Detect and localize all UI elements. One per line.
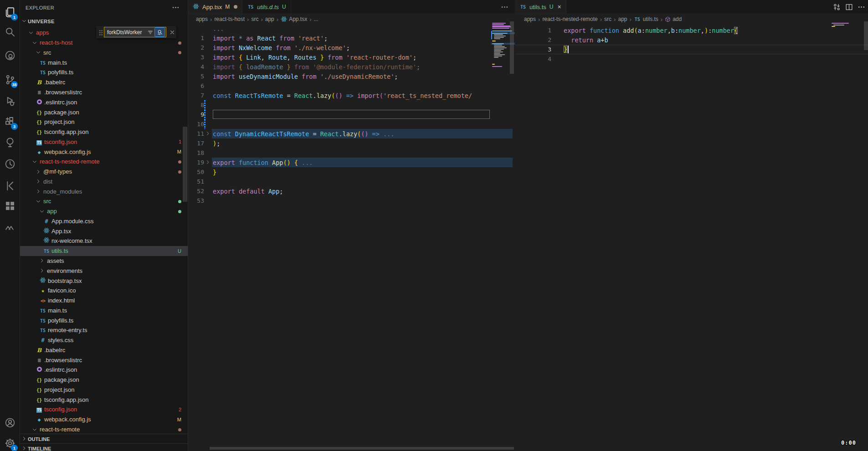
breadcrumb-item-app-tsx[interactable]: App.tsx: [281, 16, 307, 22]
tree-item-src[interactable]: src: [20, 48, 188, 58]
tab-overflow-icon[interactable]: [501, 3, 508, 12]
tree-item-main-ts[interactable]: TSmain.ts: [20, 57, 188, 67]
more-actions-icon[interactable]: [858, 3, 865, 11]
explorer-more-actions-icon[interactable]: [172, 4, 180, 13]
activity-extensions-icon[interactable]: 3: [0, 113, 20, 131]
tree-item-webpack-config-js[interactable]: ◆webpack.config.jsM: [20, 147, 188, 157]
breadcrumb-item-add[interactable]: add: [665, 16, 682, 22]
fuzzy-search-toggle[interactable]: [154, 27, 165, 37]
breadcrumb-item-app[interactable]: app: [618, 16, 627, 22]
minimap[interactable]: [831, 21, 858, 40]
tree-item-main-ts[interactable]: TSmain.ts: [20, 305, 188, 315]
code-line[interactable]: 7const ReactTsRemote = React.lazy(() => …: [188, 91, 515, 100]
tree-item-assets[interactable]: assets: [20, 256, 188, 266]
breadcrumb-item-apps[interactable]: apps: [524, 16, 536, 22]
code-line[interactable]: 5import useDynamicModule from './useDyna…: [188, 72, 515, 81]
code-editor-app-tsx[interactable]: ...1import * as React from 'react';2impo…: [188, 24, 515, 205]
vertical-scrollbar[interactable]: [864, 21, 868, 50]
code-line[interactable]: 8: [188, 100, 515, 110]
code-line[interactable]: 10: [188, 119, 515, 129]
code-line[interactable]: 1import * as React from 'react';: [188, 33, 515, 43]
tree-item-project-json[interactable]: {}project.json: [20, 117, 188, 127]
drag-grip-icon[interactable]: [98, 29, 103, 36]
activity-kubernetes-icon[interactable]: [0, 177, 20, 195]
code-line[interactable]: 9: [188, 110, 515, 119]
tree-item-index-html[interactable]: <>index.html: [20, 296, 188, 306]
breadcrumb-item-utils-ts[interactable]: TSutils.ts: [634, 16, 658, 22]
tree-item-tsconfig-app-json[interactable]: {}tsconfig.app.json: [20, 127, 188, 137]
activity-testing-tree-icon[interactable]: [0, 133, 20, 152]
tree-item-project-json[interactable]: {}project.json: [20, 385, 188, 395]
tree-item--browserslistrc[interactable]: ≡.browserslistrc: [20, 87, 188, 97]
code-line[interactable]: 53: [188, 196, 515, 205]
tree-item-remote-entry-ts[interactable]: TSremote-entry.ts: [20, 325, 188, 335]
tree-item-tsconfig-json[interactable]: TStsconfig.json1: [20, 137, 188, 147]
outline-panel-header[interactable]: OUTLINE: [20, 434, 188, 444]
tree-item--browserslistrc[interactable]: ≡.browserslistrc: [20, 355, 188, 365]
tree-item-nx-welcome-tsx[interactable]: nx-welcome.tsx: [20, 236, 188, 246]
tree-item--eslintrc-json[interactable]: .eslintrc.json: [20, 97, 188, 107]
breadcrumb-item--[interactable]: ...: [314, 16, 318, 22]
activity-settings-icon[interactable]: 1: [0, 434, 20, 451]
tree-item--babelrc[interactable]: B.babelrc: [20, 77, 188, 87]
code-line[interactable]: 3}: [515, 45, 868, 54]
vertical-scrollbar[interactable]: [510, 21, 514, 74]
breadcrumb-item-app[interactable]: app: [265, 16, 274, 22]
activity-history-clock-icon[interactable]: [0, 155, 20, 173]
activity-grid-extension-icon[interactable]: [0, 197, 20, 215]
tree-item-react-ts-nested-remote[interactable]: react-ts-nested-remote: [20, 157, 188, 167]
code-line[interactable]: 3import { Link, Route, Routes } from 're…: [188, 52, 515, 62]
code-line[interactable]: 4import { loadRemote } from '@module-fed…: [188, 62, 515, 72]
code-line[interactable]: 17);: [188, 138, 515, 148]
breadcrumb-item-src[interactable]: src: [604, 16, 611, 22]
tab-utils-ts[interactable]: TSutils.tsU×: [515, 0, 566, 14]
tree-find-input[interactable]: [107, 29, 146, 36]
tree-item-package-json[interactable]: {}package.json: [20, 107, 188, 117]
tree-item-react-ts-host[interactable]: react-ts-host: [20, 38, 188, 48]
sidebar-scrollbar[interactable]: [183, 127, 187, 202]
tree-item-polyfills-ts[interactable]: TSpolyfills.ts: [20, 315, 188, 325]
activity-explorer-icon[interactable]: 1: [0, 3, 20, 21]
breadcrumb-item-src[interactable]: src: [251, 16, 258, 22]
code-line[interactable]: 50}: [188, 167, 515, 177]
filter-icon[interactable]: [147, 29, 154, 36]
horizontal-scrollbar[interactable]: [210, 447, 514, 450]
tree-item-utils-ts[interactable]: TSutils.tsU: [20, 246, 188, 256]
code-line[interactable]: 52export default App;: [188, 186, 515, 196]
activity-run-and-debug-icon[interactable]: [0, 92, 20, 110]
close-icon[interactable]: [169, 29, 175, 36]
tree-item-tsconfig-json[interactable]: TStsconfig.json2: [20, 405, 188, 415]
tree-item--eslintrc-json[interactable]: .eslintrc.json: [20, 365, 188, 375]
breadcrumb-item-react-ts-nested-remote[interactable]: react-ts-nested-remote: [542, 16, 597, 22]
tree-item--babelrc[interactable]: B.babelrc: [20, 345, 188, 355]
split-editor-icon[interactable]: [845, 3, 853, 11]
activity-source-control-icon[interactable]: 38: [0, 71, 20, 89]
tree-item-node-modules[interactable]: node_modules: [20, 186, 188, 196]
tree-item--mf-types[interactable]: @mf-types: [20, 167, 188, 177]
breadcrumb-item-apps[interactable]: apps: [196, 16, 208, 22]
activity-account-icon[interactable]: [0, 414, 20, 432]
code-line[interactable]: 2 return a+b: [515, 35, 868, 45]
open-changes-icon[interactable]: [833, 3, 841, 11]
tree-item-src[interactable]: src: [20, 196, 188, 206]
code-line[interactable]: ...: [188, 24, 515, 33]
code-line[interactable]: 51: [188, 177, 515, 186]
code-editor-utils-ts[interactable]: 1export function add(a:number,b:number,)…: [515, 26, 868, 64]
code-line[interactable]: 4: [515, 54, 868, 64]
fold-chevron-icon[interactable]: [205, 130, 211, 138]
code-line[interactable]: 18: [188, 148, 515, 158]
tree-item-polyfills-ts[interactable]: TSpolyfills.ts: [20, 67, 188, 77]
tree-item-tsconfig-app-json[interactable]: {}tsconfig.app.json: [20, 395, 188, 405]
tree-item-webpack-config-js[interactable]: ◆webpack.config.jsM: [20, 415, 188, 425]
tree-item-environments[interactable]: environments: [20, 266, 188, 276]
code-line[interactable]: 2import NxWelcome from './nx-welcome';: [188, 43, 515, 52]
dirty-dot-icon[interactable]: [234, 5, 237, 9]
activity-waves-extension-icon[interactable]: [0, 219, 20, 237]
code-line[interactable]: 19export function App() { ...: [188, 158, 515, 167]
tree-item-bootstrap-tsx[interactable]: bootstrap.tsx: [20, 276, 188, 286]
close-icon[interactable]: ×: [558, 4, 561, 10]
activity-circular-extension-icon[interactable]: [0, 46, 20, 65]
timeline-panel-header[interactable]: TIMELINE: [20, 443, 188, 451]
tree-item-react-ts-remote[interactable]: react-ts-remote: [20, 425, 188, 435]
fold-chevron-icon[interactable]: [205, 159, 211, 166]
